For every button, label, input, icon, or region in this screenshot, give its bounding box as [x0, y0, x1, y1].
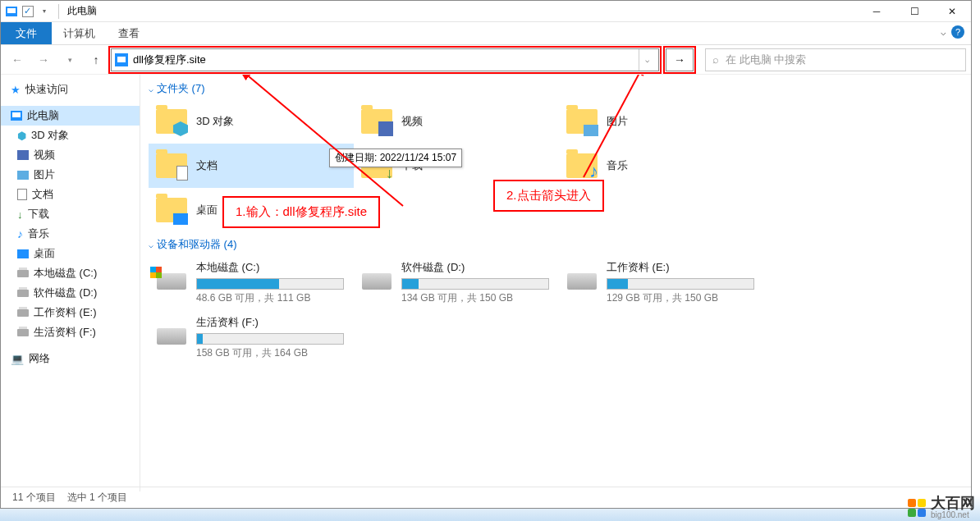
file-tab[interactable]: 文件: [1, 22, 52, 44]
video-icon: [17, 150, 29, 160]
chevron-down-icon: ⌵: [149, 240, 153, 249]
sidebar: ★快速访问 此电脑 ⬢3D 对象 视频 图片 文档 ↓下载 ♪音乐 桌面 本地磁…: [1, 75, 140, 491]
sidebar-pictures[interactable]: 图片: [1, 165, 140, 185]
sidebar-disk-d[interactable]: 软件磁盘 (D:): [1, 283, 140, 303]
sidebar-3d[interactable]: ⬢3D 对象: [1, 126, 140, 145]
drive-label: 生活资料 (F:): [196, 315, 349, 330]
network-icon: 💻: [11, 353, 24, 365]
download-icon: ↓: [386, 165, 393, 182]
sidebar-quick-access[interactable]: ★快速访问: [1, 80, 140, 99]
drive-item[interactable]: 软件磁盘 (D:) 134 GB 可用，共 150 GB: [354, 255, 559, 310]
disk-icon: [362, 273, 392, 290]
search-icon: ⌕: [712, 53, 719, 66]
doc-icon: [17, 189, 27, 200]
video-icon: [378, 121, 393, 136]
sidebar-docs[interactable]: 文档: [1, 185, 140, 204]
nav-row: ← → ▾ ↑ ⌵ → ⌕ 在 此电脑 中搜索: [1, 45, 971, 75]
drive-label: 工作资料 (E:): [607, 260, 759, 275]
checkbox-icon[interactable]: ✓: [22, 6, 34, 17]
tab-computer[interactable]: 计算机: [52, 22, 107, 44]
doc-icon: [176, 166, 188, 181]
folder-video[interactable]: 视频: [354, 99, 559, 144]
disk-icon: [17, 329, 29, 336]
sidebar-this-pc[interactable]: 此电脑: [1, 106, 140, 126]
music-icon: ♪: [17, 227, 23, 240]
image-icon: [584, 125, 598, 136]
desktop-icon: [17, 249, 29, 258]
watermark: 大百网 big100.net: [908, 496, 975, 519]
pc-icon: [11, 111, 22, 121]
sidebar-disk-f[interactable]: 生活资料 (F:): [1, 322, 140, 342]
titlebar: ✓ ▾ 此电脑 ─ ☐ ✕: [1, 1, 971, 22]
sidebar-music[interactable]: ♪音乐: [1, 224, 140, 244]
address-input[interactable]: [128, 53, 639, 66]
section-folders[interactable]: ⌵文件夹 (7): [149, 81, 963, 96]
status-bar: 11 个项目 选中 1 个项目: [1, 487, 971, 508]
recent-dropdown[interactable]: ▾: [58, 48, 81, 71]
drive-usage-bar: [401, 278, 549, 290]
disk-icon: [157, 328, 186, 345]
folder-3d[interactable]: 3D 对象: [149, 99, 354, 144]
section-devices[interactable]: ⌵设备和驱动器 (4): [149, 237, 963, 252]
ribbon-tabs: 文件 计算机 查看 ⌵ ?: [1, 22, 971, 45]
disk-icon: [17, 290, 29, 297]
drive-usage-bar: [196, 278, 344, 290]
folder-docs[interactable]: 文档: [149, 144, 354, 188]
help-icon[interactable]: ?: [951, 25, 964, 39]
tab-view[interactable]: 查看: [107, 22, 151, 44]
up-button[interactable]: ↑: [85, 48, 108, 71]
sidebar-network[interactable]: 💻网络: [1, 349, 140, 368]
sidebar-downloads[interactable]: ↓下载: [1, 204, 140, 224]
back-button[interactable]: ←: [6, 48, 29, 71]
image-icon: [17, 171, 29, 180]
disk-icon: [567, 273, 597, 290]
drive-free-text: 129 GB 可用，共 150 GB: [607, 291, 759, 305]
explorer-window: ✓ ▾ 此电脑 ─ ☐ ✕ 文件 计算机 查看 ⌵ ? ← → ▾ ↑ ⌵ →: [0, 0, 972, 509]
drive-usage-bar: [196, 333, 344, 345]
disk-icon: [17, 270, 29, 277]
folder-pictures[interactable]: 图片: [559, 99, 764, 144]
forward-button[interactable]: →: [32, 48, 55, 71]
desktop-icon: [173, 213, 188, 225]
drive-free-text: 134 GB 可用，共 150 GB: [401, 291, 554, 305]
tooltip: 创建日期: 2022/11/24 15:07: [329, 149, 462, 167]
annotation-1: 1.输入：dll修复程序.site: [222, 196, 380, 228]
sidebar-video[interactable]: 视频: [1, 145, 140, 165]
window-title: 此电脑: [67, 4, 97, 18]
watermark-name: 大百网: [931, 496, 975, 510]
maximize-button[interactable]: ☐: [895, 1, 933, 22]
address-icon: [115, 53, 128, 66]
drive-free-text: 48.6 GB 可用，共 111 GB: [196, 291, 349, 305]
chevron-down-icon: ⌵: [149, 85, 153, 94]
drive-free-text: 158 GB 可用，共 164 GB: [196, 346, 349, 360]
status-count: 11 个项目: [12, 491, 56, 505]
sidebar-disk-c[interactable]: 本地磁盘 (C:): [1, 263, 140, 283]
close-button[interactable]: ✕: [933, 1, 971, 22]
qat-dropdown-icon[interactable]: ▾: [37, 4, 52, 19]
star-icon: ★: [11, 84, 21, 96]
disk-icon: [157, 273, 186, 290]
content-pane: ⌵文件夹 (7) 3D 对象 视频 图片 文档 ↓下载 ♪音乐 桌面 创建日期:…: [140, 75, 971, 491]
status-selected: 选中 1 个项目: [67, 491, 127, 505]
sidebar-disk-e[interactable]: 工作资料 (E:): [1, 303, 140, 322]
drive-label: 软件磁盘 (D:): [401, 260, 554, 275]
pc-icon: [4, 4, 19, 19]
minimize-button[interactable]: ─: [858, 1, 895, 22]
sidebar-desktop[interactable]: 桌面: [1, 244, 140, 263]
watermark-logo-icon: [908, 499, 926, 517]
search-placeholder: 在 此电脑 中搜索: [726, 53, 806, 67]
ribbon-collapse-icon[interactable]: ⌵: [941, 27, 946, 38]
address-dropdown-icon[interactable]: ⌵: [639, 49, 655, 71]
annotation-2: 2.点击箭头进入: [493, 180, 604, 212]
download-icon: ↓: [17, 208, 23, 221]
drive-item[interactable]: 本地磁盘 (C:) 48.6 GB 可用，共 111 GB: [149, 255, 354, 310]
drive-usage-bar: [607, 278, 754, 290]
go-button[interactable]: →: [666, 48, 694, 71]
search-box[interactable]: ⌕ 在 此电脑 中搜索: [705, 48, 966, 71]
cube-icon: ⬢: [17, 130, 26, 142]
drive-item[interactable]: 生活资料 (F:) 158 GB 可用，共 164 GB: [149, 310, 354, 365]
address-bar[interactable]: ⌵: [111, 48, 659, 71]
disk-icon: [17, 309, 29, 317]
watermark-url: big100.net: [931, 510, 975, 519]
drive-item[interactable]: 工作资料 (E:) 129 GB 可用，共 150 GB: [559, 255, 764, 310]
